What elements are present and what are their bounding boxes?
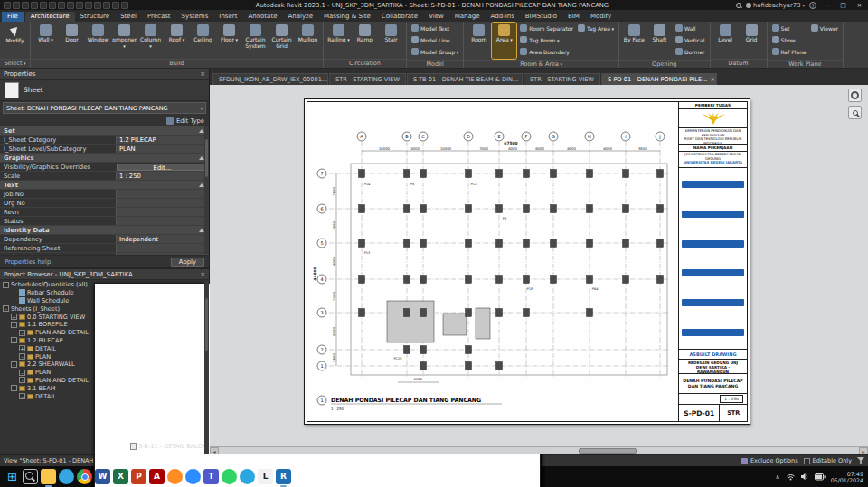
ribbon-button[interactable]: Model Group [410, 46, 460, 57]
editable-only-toggle[interactable]: Editable Only [804, 457, 852, 464]
tree-expander[interactable]: - [19, 377, 25, 383]
instance-selector[interactable]: Sheet: DENAH PONDASI PILECAP DAN TIANG P… [3, 102, 206, 114]
ribbon-button[interactable]: Model Line [410, 34, 460, 45]
drawing-canvas[interactable]: ABCDEFGHIJ7654321P14P8PC4P6P13P18PB4PC28… [210, 85, 868, 446]
ribbon-tab[interactable]: Architecture [25, 12, 75, 22]
property-row[interactable]: DependencyIndependent [0, 235, 209, 244]
browser-scrollbar[interactable] [204, 281, 209, 454]
tree-expander[interactable]: - [19, 330, 25, 336]
ribbon-tab[interactable]: Manage [449, 12, 486, 22]
property-row[interactable]: Drg No [0, 199, 209, 208]
ribbon-button[interactable]: Door [60, 23, 84, 58]
line[interactable]: L [258, 469, 273, 484]
tree-item[interactable]: S-B-11 - DETAIL BALOK [94, 283, 209, 454]
property-row[interactable]: Revn [0, 208, 209, 217]
ribbon-button[interactable]: Stair [379, 23, 403, 58]
tree-expander[interactable]: - [11, 361, 17, 368]
tree-expander[interactable]: - [11, 385, 17, 391]
ribbon-tab[interactable]: File [2, 12, 24, 22]
start-button[interactable]: ⊞ [5, 469, 20, 484]
tree-expander[interactable]: - [11, 337, 17, 343]
ribbon-button[interactable]: By Face [622, 23, 646, 59]
open-icon[interactable] [13, 2, 20, 9]
ribbon-button[interactable]: Ref Plane [770, 46, 808, 57]
view-tab[interactable]: SFDUNJ_IKON_AB_DRW_IEX_00001... × [212, 73, 328, 85]
ribbon-tab[interactable]: Precast [142, 12, 176, 22]
ribbon-button[interactable]: Shaft [647, 23, 672, 59]
ribbon-button[interactable]: Vertical [674, 34, 707, 45]
telegram[interactable] [240, 469, 255, 484]
ribbon-button[interactable]: Dormer [674, 46, 707, 57]
ribbon-button[interactable]: Roof [165, 23, 189, 58]
word[interactable]: W [95, 469, 110, 484]
horizontal-scrollbar[interactable]: ◂ ▸ [210, 446, 868, 454]
ribbon-tab[interactable]: BIMStudio [520, 12, 562, 22]
acrobat[interactable]: A [149, 469, 165, 484]
type-selector[interactable]: Sheet [0, 80, 209, 101]
scroll-right-arrow[interactable]: ▸ [859, 447, 868, 454]
filter-icon[interactable] [857, 457, 864, 464]
wifi-icon[interactable] [786, 473, 796, 481]
ribbon-button[interactable]: Window [86, 23, 110, 58]
view-tab[interactable]: S-PD-01 - DENAH PONDASI PILE... × [601, 73, 717, 85]
tag-by-category-icon[interactable] [85, 2, 92, 9]
steering-wheel-icon[interactable] [848, 89, 862, 102]
taskbar-clock[interactable]: 07:49 05/01/2024 [831, 471, 863, 483]
panel-label-select[interactable]: Select [0, 59, 30, 68]
property-row[interactable]: I_Sheet Level/SubCategoryPLAN [0, 145, 209, 154]
ribbon-button[interactable]: Curtain Grid [269, 23, 294, 58]
chrome[interactable] [77, 469, 92, 484]
ribbon-button[interactable]: Wall [674, 23, 707, 33]
ribbon-button[interactable]: Grid [740, 23, 764, 58]
exclude-options-toggle[interactable]: Exclude Options [741, 457, 798, 464]
ribbon-tab[interactable]: Modify [585, 12, 617, 22]
zoom-icon[interactable] [848, 106, 862, 119]
property-row[interactable]: Visibility/Graphics OverridesEdit... [0, 163, 209, 172]
ribbon-tab[interactable]: Add-Ins [486, 12, 520, 22]
ribbon-tab[interactable]: Insert [213, 12, 242, 22]
scroll-thumb[interactable] [579, 448, 637, 454]
ribbon-tab[interactable]: Collaborate [376, 12, 423, 22]
editable-only-checkbox[interactable] [804, 458, 810, 464]
ribbon-button[interactable]: Viewer [809, 23, 840, 33]
tree-expander[interactable]: + [11, 314, 17, 320]
sync-icon[interactable] [31, 2, 38, 9]
ribbon-button[interactable]: Room Separator [518, 23, 575, 33]
ribbon-button[interactable]: Room [467, 23, 491, 59]
maximize-button[interactable]: □ [837, 2, 849, 9]
ribbon-button[interactable]: Tag Room [518, 34, 575, 45]
user-account-menu[interactable]: hafidzachyar73 ▾ [746, 2, 805, 9]
property-row[interactable]: I_Sheet Category1.2 PILECAP [0, 136, 209, 145]
ribbon-tab[interactable]: Massing & Site [318, 12, 376, 22]
close-project-browser-icon[interactable]: × [200, 271, 205, 278]
close-tab-icon[interactable]: × [710, 75, 714, 85]
ribbon-button[interactable]: Set [770, 23, 808, 33]
edit-type-button[interactable]: Edit Type [176, 117, 204, 125]
property-row[interactable]: Identity Data [0, 226, 209, 235]
view-tab[interactable]: STR - STARTING VIEW × [524, 73, 600, 85]
properties-scrollbar[interactable] [204, 126, 209, 254]
zoom[interactable] [185, 469, 201, 484]
ribbon-tab[interactable]: Systems [176, 12, 214, 22]
property-row[interactable]: Set [0, 126, 209, 136]
default-3d-view-icon[interactable] [103, 2, 110, 9]
firefox[interactable] [167, 469, 183, 484]
excel[interactable]: X [113, 469, 128, 484]
measure-icon[interactable] [67, 2, 74, 9]
ribbon-button[interactable]: Ceiling [191, 23, 215, 58]
ribbon-button[interactable]: Mullion [296, 23, 320, 58]
apply-button[interactable]: Apply [171, 258, 204, 267]
properties-help-link[interactable]: Properties help [5, 258, 51, 266]
view-tab[interactable]: S-TB-01 - DENAH TIE BEAM & DIN... × [407, 73, 523, 85]
ribbon-button[interactable]: Component [112, 23, 137, 58]
property-row[interactable]: Referencing Detail [0, 253, 209, 255]
save-icon[interactable] [22, 2, 29, 9]
property-row[interactable]: Scale1 : 250 [0, 172, 209, 181]
property-row[interactable]: Text [0, 181, 209, 190]
tree-expander[interactable]: - [3, 282, 9, 288]
ribbon-button[interactable]: Curtain System [243, 23, 268, 58]
ribbon-button[interactable]: Floor [217, 23, 241, 58]
text-icon[interactable] [94, 2, 101, 9]
search-icon[interactable] [23, 469, 38, 484]
ribbon-button[interactable]: Area [492, 23, 516, 59]
